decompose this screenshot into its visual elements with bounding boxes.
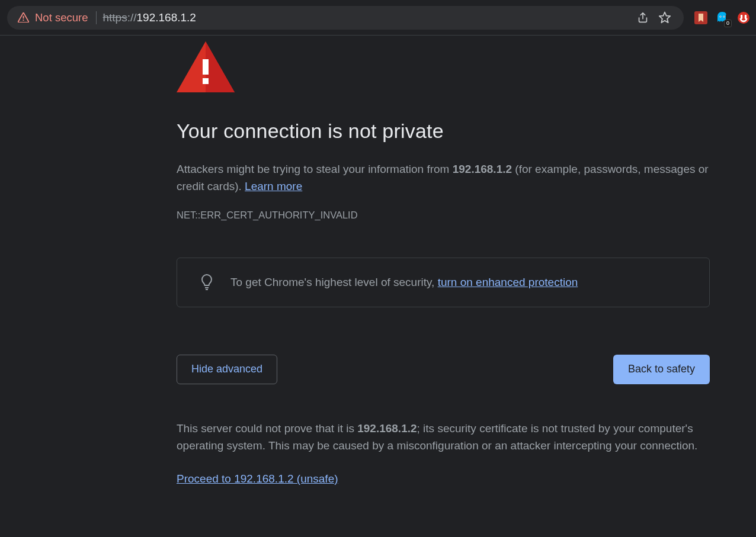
error-code: NET::ERR_CERT_AUTHORITY_INVALID	[177, 210, 710, 221]
extension-ublock-icon[interactable]	[737, 11, 750, 24]
browser-toolbar: Not secure https://192.168.1.2 0	[0, 0, 756, 36]
svg-rect-8	[745, 15, 747, 19]
security-chip-label: Not secure	[35, 11, 88, 24]
svg-rect-7	[741, 15, 742, 19]
url-text[interactable]: https://192.168.1.2	[102, 11, 196, 24]
tip-text: To get Chrome's highest level of securit…	[230, 276, 578, 289]
security-chip[interactable]: Not secure	[18, 11, 97, 24]
svg-point-5	[723, 16, 724, 17]
svg-rect-9	[203, 59, 209, 75]
extension-badge: 0	[724, 20, 732, 27]
chip-separator	[96, 11, 97, 24]
svg-point-4	[720, 16, 720, 17]
warning-triangle-icon	[177, 41, 710, 92]
learn-more-link[interactable]: Learn more	[245, 180, 302, 192]
ssl-warning-page: Your connection is not private Attackers…	[0, 36, 756, 485]
page-title: Your connection is not private	[177, 120, 710, 143]
extension-ghostery-icon[interactable]: 0	[716, 11, 729, 24]
tip-before: To get Chrome's highest level of securit…	[230, 276, 438, 288]
button-row: Hide advanced Back to safety	[177, 355, 710, 384]
warning-content: Your connection is not private Attackers…	[177, 41, 710, 485]
security-tip-box: To get Chrome's highest level of securit…	[177, 258, 710, 307]
address-bar[interactable]: Not secure https://192.168.1.2	[7, 6, 684, 30]
desc-text-before: Attackers might be trying to steal your …	[177, 163, 453, 175]
svg-rect-1	[23, 20, 24, 21]
warning-description: Attackers might be trying to steal your …	[177, 160, 710, 195]
warning-triangle-icon	[18, 12, 29, 22]
lightbulb-icon	[200, 274, 214, 291]
enhanced-protection-link[interactable]: turn on enhanced protection	[438, 276, 578, 288]
bookmark-star-icon[interactable]	[658, 11, 672, 25]
extension-icons: 0	[688, 11, 750, 24]
share-icon[interactable]	[636, 11, 649, 24]
advanced-details: This server could not prove that it is 1…	[177, 420, 698, 455]
hide-advanced-button[interactable]: Hide advanced	[177, 355, 277, 384]
back-to-safety-button[interactable]: Back to safety	[613, 355, 710, 384]
proceed-unsafe-link[interactable]: Proceed to 192.168.1.2 (unsafe)	[177, 472, 338, 485]
extension-1-icon[interactable]	[694, 11, 707, 24]
svg-rect-0	[23, 16, 24, 19]
omnibox-actions	[636, 11, 680, 25]
desc-host: 192.168.1.2	[453, 163, 512, 175]
url-separator: ://	[127, 11, 137, 24]
url-protocol: https	[102, 11, 127, 24]
svg-rect-10	[203, 78, 209, 84]
url-host: 192.168.1.2	[137, 11, 196, 24]
advanced-host: 192.168.1.2	[357, 422, 417, 435]
advanced-before: This server could not prove that it is	[177, 422, 357, 435]
